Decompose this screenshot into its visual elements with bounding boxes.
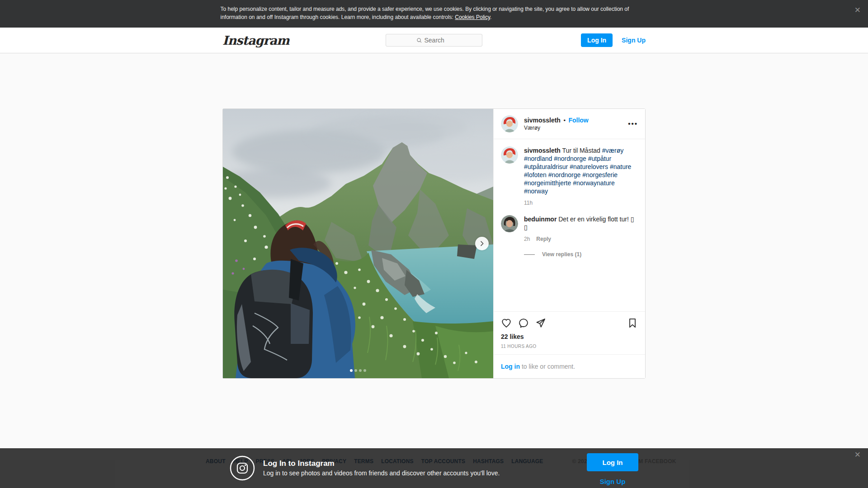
banner-subtitle: Log in to see photos and videos from fri…: [263, 469, 500, 478]
caption-text: sivmossleth Tur til Måstad #værøy #nordl…: [524, 146, 638, 195]
carousel-dot[interactable]: [354, 369, 357, 372]
view-replies-label: View replies (1): [542, 250, 581, 258]
comment-row: beduinmor Det er en virkelig flott tur! …: [501, 215, 638, 243]
search-icon: [417, 38, 422, 43]
more-options-icon[interactable]: •••: [628, 122, 638, 125]
username-separator: •: [563, 117, 566, 124]
post-header: sivmossleth • Follow Værøy •••: [494, 109, 645, 139]
carousel-next-button[interactable]: [475, 237, 489, 250]
caption-time: 11h: [524, 199, 638, 207]
reply-button[interactable]: Reply: [536, 235, 551, 243]
caption-plain: Tur til Måstad: [562, 147, 602, 154]
chevron-right-icon: [478, 240, 486, 247]
cookie-banner: To help personalize content, tailor and …: [0, 0, 868, 28]
cookie-text-body: To help personalize content, tailor and …: [221, 6, 629, 20]
instagram-logo[interactable]: Instagram: [222, 33, 289, 47]
hiking-photo: [223, 109, 493, 378]
share-icon[interactable]: [535, 318, 546, 328]
header-login-button[interactable]: Log In: [581, 33, 613, 47]
login-prompt-rest: to like or comment.: [520, 363, 575, 370]
banner-title: Log In to Instagram: [263, 459, 500, 469]
actions-section: 22 likes 11 HOURS AGO: [494, 311, 645, 354]
caption-row: sivmossleth Tur til Måstad #værøy #nordl…: [501, 146, 638, 207]
carousel-dot[interactable]: [363, 369, 366, 372]
view-replies-button[interactable]: View replies (1): [524, 250, 638, 258]
carousel-dot[interactable]: [359, 369, 362, 372]
comment-username[interactable]: beduinmor: [524, 216, 557, 223]
comment-icon[interactable]: [518, 318, 529, 328]
avatar-sivmossleth[interactable]: [501, 115, 518, 132]
follow-button[interactable]: Follow: [568, 117, 588, 124]
banner-signup-link[interactable]: Sign Up: [600, 478, 626, 485]
banner-login-button[interactable]: Log In: [587, 453, 638, 471]
caption-username[interactable]: sivmossleth: [524, 147, 561, 154]
instagram-glyph-icon: [230, 455, 255, 481]
post-username[interactable]: sivmossleth: [524, 117, 561, 124]
search-box[interactable]: [386, 34, 482, 47]
post-panel: sivmossleth • Follow Værøy •••: [493, 109, 645, 378]
cookie-text-suffix: .: [490, 14, 491, 20]
cookie-text: To help personalize content, tailor and …: [221, 0, 648, 21]
carousel-dot[interactable]: [350, 369, 353, 372]
comments-section: sivmossleth Tur til Måstad #værøy #nordl…: [494, 139, 645, 311]
view-replies-line: [524, 254, 535, 255]
bottom-login-banner: Log In to Instagram Log in to see photos…: [0, 448, 868, 488]
cookies-policy-link[interactable]: Cookies Policy: [455, 14, 490, 20]
header-signup-link[interactable]: Sign Up: [622, 37, 646, 44]
likes-count[interactable]: 22 likes: [501, 333, 638, 340]
like-heart-icon[interactable]: [501, 318, 512, 328]
avatar-sivmossleth-caption[interactable]: [501, 146, 518, 164]
cookie-close-icon[interactable]: ✕: [854, 6, 861, 14]
login-prompt-link[interactable]: Log in: [501, 363, 520, 370]
post-location[interactable]: Værøy: [524, 124, 589, 132]
bookmark-icon[interactable]: [627, 318, 638, 328]
banner-close-icon[interactable]: ✕: [854, 451, 861, 459]
comment-text: beduinmor Det er en virkelig flott tur! …: [524, 215, 638, 231]
comment-time: 2h: [524, 235, 530, 243]
post-timestamp: 11 HOURS AGO: [501, 344, 638, 349]
post-card: sivmossleth • Follow Værøy •••: [222, 108, 646, 379]
login-prompt: Log in to like or comment.: [494, 354, 645, 378]
carousel-dots: [350, 369, 366, 372]
post-photo: [223, 109, 493, 378]
search-input[interactable]: [425, 37, 452, 44]
avatar-beduinmor[interactable]: [501, 215, 518, 232]
header: Instagram Log In Sign Up: [0, 28, 868, 53]
